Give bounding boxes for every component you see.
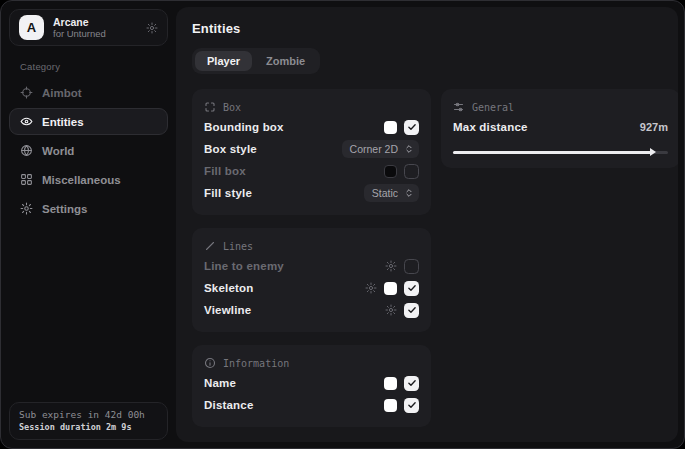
information-section-card: Information Name Distance — [192, 345, 431, 427]
setting-row-fill-box: Fill box — [204, 160, 419, 182]
fill-style-select[interactable]: Static — [364, 184, 419, 202]
main-panel: Entities Player Zombie Box — [176, 7, 678, 442]
app-name: Arcane — [53, 16, 137, 29]
app-subtitle: for Unturned — [53, 28, 137, 39]
sidebar-item-label: World — [42, 145, 74, 157]
sidebar-item-label: Miscellaneous — [42, 174, 121, 186]
setting-label: Box style — [204, 143, 342, 155]
max-distance-value: 927m — [640, 121, 668, 133]
page-title: Entities — [192, 21, 662, 36]
setting-row-distance: Distance — [204, 394, 419, 416]
setting-row-viewline: Viewline — [204, 299, 419, 321]
color-swatch[interactable] — [384, 282, 397, 295]
sidebar-nav: Aimbot Entities World — [9, 79, 168, 222]
row-settings-gear-icon[interactable] — [385, 304, 397, 316]
setting-row-box-style: Box style Corner 2D — [204, 138, 419, 160]
globe-icon — [20, 144, 33, 157]
slider-thumb[interactable] — [650, 148, 656, 156]
sidebar-item-label: Aimbot — [42, 87, 82, 99]
color-swatch[interactable] — [384, 165, 397, 178]
setting-label: Name — [204, 377, 384, 389]
diagonal-line-icon — [204, 240, 216, 252]
sub-expiry-text: Sub expires in 42d 00h — [19, 409, 158, 420]
sidebar-item-world[interactable]: World — [9, 137, 168, 164]
color-swatch[interactable] — [384, 399, 397, 412]
checkbox-checked[interactable] — [404, 120, 419, 135]
gear-icon — [20, 202, 33, 215]
info-icon — [204, 357, 216, 369]
checkbox-checked[interactable] — [404, 376, 419, 391]
sidebar-item-settings[interactable]: Settings — [9, 195, 168, 222]
sidebar-item-label: Entities — [42, 116, 84, 128]
checkbox-checked[interactable] — [404, 398, 419, 413]
tab-player[interactable]: Player — [195, 51, 252, 71]
color-swatch[interactable] — [384, 377, 397, 390]
checkbox-checked[interactable] — [404, 281, 419, 296]
subscription-status-card: Sub expires in 42d 00h Session duration … — [9, 402, 168, 440]
sidebar-item-aimbot[interactable]: Aimbot — [9, 79, 168, 106]
box-section-card: Box Bounding box Box style — [192, 89, 431, 215]
sidebar-item-label: Settings — [42, 203, 87, 215]
box-frame-icon — [204, 101, 216, 113]
sliders-icon — [453, 101, 465, 113]
grid-icon — [20, 173, 33, 186]
session-duration-text: Session duration 2m 9s — [19, 422, 158, 432]
section-title: General — [472, 102, 514, 113]
lines-section-card: Lines Line to enemy Skeleton — [192, 228, 431, 332]
setting-label: Bounding box — [204, 121, 384, 133]
setting-label: Fill style — [204, 187, 364, 199]
section-title: Box — [223, 102, 241, 113]
tab-zombie[interactable]: Zombie — [254, 51, 317, 71]
app-header-card: A Arcane for Unturned — [9, 9, 168, 46]
row-settings-gear-icon[interactable] — [365, 282, 377, 294]
entity-tabs: Player Zombie — [192, 48, 320, 74]
app-window: A Arcane for Unturned Category A — [0, 0, 685, 449]
setting-row-fill-style: Fill style Static — [204, 182, 419, 204]
setting-label: Fill box — [204, 165, 384, 177]
checkbox-unchecked[interactable] — [404, 164, 419, 179]
row-settings-gear-icon[interactable] — [385, 260, 397, 272]
slider-track[interactable] — [453, 151, 668, 154]
setting-label: Skeleton — [204, 282, 365, 294]
setting-row-name: Name — [204, 372, 419, 394]
sidebar-item-entities[interactable]: Entities — [9, 108, 168, 135]
setting-row-bounding-box: Bounding box — [204, 116, 419, 138]
app-settings-icon[interactable] — [146, 22, 158, 34]
max-distance-slider[interactable] — [453, 147, 668, 157]
sidebar-item-miscellaneous[interactable]: Miscellaneous — [9, 166, 168, 193]
setting-label: Distance — [204, 399, 384, 411]
box-style-select[interactable]: Corner 2D — [342, 140, 419, 158]
checkbox-checked[interactable] — [404, 303, 419, 318]
checkbox-unchecked[interactable] — [404, 259, 419, 274]
general-section-card: General Max distance 927m — [441, 89, 678, 168]
sidebar: A Arcane for Unturned Category A — [1, 1, 176, 448]
setting-row-max-distance: Max distance 927m — [453, 116, 668, 138]
section-title: Information — [223, 358, 289, 369]
crosshair-icon — [20, 86, 33, 99]
app-logo: A — [19, 15, 44, 40]
chevrons-up-down-icon — [404, 188, 414, 198]
slider-fill — [453, 151, 653, 154]
section-title: Lines — [223, 241, 253, 252]
category-label: Category — [20, 61, 168, 72]
color-swatch[interactable] — [384, 121, 397, 134]
setting-label: Viewline — [204, 304, 385, 316]
eye-scan-icon — [20, 115, 33, 128]
setting-label: Max distance — [453, 121, 640, 133]
setting-row-skeleton: Skeleton — [204, 277, 419, 299]
setting-label: Line to enemy — [204, 260, 385, 272]
setting-row-line-to-enemy: Line to enemy — [204, 255, 419, 277]
chevrons-up-down-icon — [404, 144, 414, 154]
